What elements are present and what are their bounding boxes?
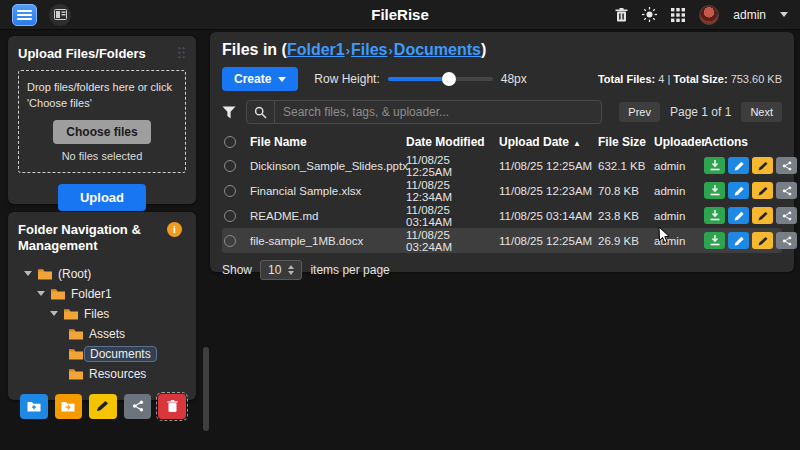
search-input[interactable] bbox=[275, 105, 601, 119]
edit-pencil-icon bbox=[734, 186, 744, 196]
uploader: admin bbox=[654, 160, 704, 172]
page-size-select[interactable]: 10 bbox=[260, 260, 302, 280]
drag-handle-icon[interactable] bbox=[177, 46, 186, 58]
search-box bbox=[246, 100, 602, 124]
rename-button[interactable] bbox=[752, 182, 773, 199]
folder-icon bbox=[50, 288, 66, 300]
no-files-text: No files selected bbox=[27, 150, 177, 162]
edit-button[interactable] bbox=[728, 232, 749, 249]
filerise-logo[interactable] bbox=[12, 4, 37, 26]
table-row[interactable]: Financial Sample.xlsx 11/08/25 12:34AM 1… bbox=[222, 178, 782, 203]
tree-label[interactable]: Folder1 bbox=[71, 287, 112, 301]
trash-icon[interactable] bbox=[615, 8, 628, 22]
upload-date: 11/08/25 12:23AM bbox=[499, 185, 598, 197]
next-page-button[interactable]: Next bbox=[741, 102, 782, 122]
tree-item-files[interactable]: Files bbox=[18, 304, 186, 324]
edit-button[interactable] bbox=[728, 182, 749, 199]
choose-files-button[interactable]: Choose files bbox=[53, 120, 150, 144]
sun-theme-icon[interactable] bbox=[642, 7, 657, 22]
apps-grid-icon[interactable] bbox=[671, 8, 685, 22]
file-name[interactable]: Financial Sample.xlsx bbox=[250, 185, 406, 197]
share-folder-button[interactable] bbox=[124, 394, 152, 419]
row-height-slider[interactable] bbox=[388, 72, 493, 86]
info-icon[interactable]: i bbox=[167, 222, 182, 237]
folder-panel-title: Folder Navigation & Management bbox=[18, 222, 148, 255]
tree-caret-icon[interactable] bbox=[24, 271, 32, 276]
row-checkbox[interactable] bbox=[224, 185, 236, 197]
table-row[interactable]: README.md 11/08/25 03:14AM 11/08/25 03:1… bbox=[222, 203, 782, 228]
mouse-cursor bbox=[658, 226, 671, 244]
create-folder-button[interactable] bbox=[20, 394, 48, 419]
heading-suffix: ) bbox=[481, 41, 486, 58]
delete-folder-button[interactable] bbox=[158, 394, 186, 419]
table-row[interactable]: Dickinson_Sample_Slides.pptx 11/08/25 12… bbox=[222, 153, 782, 178]
date-modified: 11/08/25 03:24AM bbox=[406, 229, 499, 253]
file-name[interactable]: README.md bbox=[250, 210, 406, 222]
table-row-hovered[interactable]: file-sample_1MB.docx 11/08/25 03:24AM 11… bbox=[222, 228, 782, 253]
date-modified: 11/08/25 12:25AM bbox=[406, 154, 499, 178]
col-file-size[interactable]: File Size bbox=[598, 135, 654, 149]
edit-button[interactable] bbox=[728, 207, 749, 224]
edit-pencil-icon bbox=[734, 211, 744, 221]
rename-folder-button[interactable] bbox=[89, 394, 117, 419]
create-button[interactable]: Create bbox=[222, 67, 298, 91]
row-checkbox[interactable] bbox=[224, 210, 236, 222]
prev-page-button[interactable]: Prev bbox=[619, 102, 660, 122]
user-avatar[interactable] bbox=[699, 5, 719, 25]
move-folder-button[interactable] bbox=[55, 394, 83, 419]
tree-caret-icon[interactable] bbox=[50, 311, 58, 316]
create-button-label: Create bbox=[234, 72, 271, 86]
col-file-name[interactable]: File Name bbox=[250, 135, 406, 149]
download-button[interactable] bbox=[704, 182, 725, 199]
tree-label[interactable]: Resources bbox=[89, 367, 146, 381]
file-name[interactable]: Dickinson_Sample_Slides.pptx bbox=[250, 160, 406, 172]
tree-item-assets[interactable]: Assets bbox=[18, 324, 186, 344]
filter-funnel-icon[interactable] bbox=[222, 106, 236, 119]
tree-item-folder1[interactable]: Folder1 bbox=[18, 284, 186, 304]
edit-button[interactable] bbox=[728, 157, 749, 174]
share-button[interactable] bbox=[776, 182, 797, 199]
file-name[interactable]: file-sample_1MB.docx bbox=[250, 235, 406, 247]
row-checkbox[interactable] bbox=[224, 235, 236, 247]
tree-label[interactable]: (Root) bbox=[58, 267, 91, 281]
share-button[interactable] bbox=[776, 232, 797, 249]
user-name[interactable]: admin bbox=[733, 8, 766, 22]
download-button[interactable] bbox=[704, 207, 725, 224]
col-uploader[interactable]: Uploader bbox=[654, 135, 704, 149]
row-height-label: Row Height: bbox=[314, 72, 379, 86]
file-dropzone[interactable]: Drop files/folders here or click 'Choose… bbox=[18, 70, 186, 173]
share-button[interactable] bbox=[776, 157, 797, 174]
page-title: Files in (Folder1›Files›Documents) bbox=[222, 41, 782, 59]
tree-label[interactable]: Files bbox=[84, 307, 109, 321]
rename-button[interactable] bbox=[752, 157, 773, 174]
slider-thumb[interactable] bbox=[442, 72, 456, 86]
tree-label[interactable]: Assets bbox=[89, 327, 125, 341]
folder-icon bbox=[68, 328, 84, 340]
select-all-checkbox[interactable] bbox=[224, 136, 236, 148]
tree-label-selected[interactable]: Documents bbox=[84, 346, 157, 362]
download-button[interactable] bbox=[704, 232, 725, 249]
rename-button[interactable] bbox=[752, 207, 773, 224]
scrollbar-thumb[interactable] bbox=[203, 347, 209, 431]
chevron-down-icon[interactable] bbox=[780, 12, 788, 17]
tree-item-resources[interactable]: Resources bbox=[18, 364, 186, 384]
upload-date: 11/08/25 03:14AM bbox=[499, 210, 598, 222]
rename-marker-icon bbox=[96, 400, 109, 412]
tree-item-root[interactable]: (Root) bbox=[18, 264, 186, 284]
share-button[interactable] bbox=[776, 207, 797, 224]
col-date-modified[interactable]: Date Modified bbox=[406, 135, 499, 149]
tree-item-documents[interactable]: Documents bbox=[18, 344, 186, 364]
rename-button[interactable] bbox=[752, 232, 773, 249]
tree-caret-icon[interactable] bbox=[37, 291, 45, 296]
breadcrumb-documents[interactable]: Documents bbox=[394, 41, 481, 58]
file-table: File Name Date Modified Upload Date▲ Fil… bbox=[222, 131, 782, 253]
download-button[interactable] bbox=[704, 157, 725, 174]
col-upload-date[interactable]: Upload Date▲ bbox=[499, 135, 598, 149]
col-upload-date-label: Upload Date bbox=[499, 135, 569, 149]
upload-button[interactable]: Upload bbox=[58, 184, 146, 211]
sort-asc-icon: ▲ bbox=[573, 139, 581, 148]
panel-toggle-button[interactable] bbox=[49, 4, 71, 26]
row-checkbox[interactable] bbox=[224, 160, 236, 172]
breadcrumb-folder1[interactable]: Folder1 bbox=[287, 41, 345, 58]
breadcrumb-files[interactable]: Files bbox=[351, 41, 387, 58]
